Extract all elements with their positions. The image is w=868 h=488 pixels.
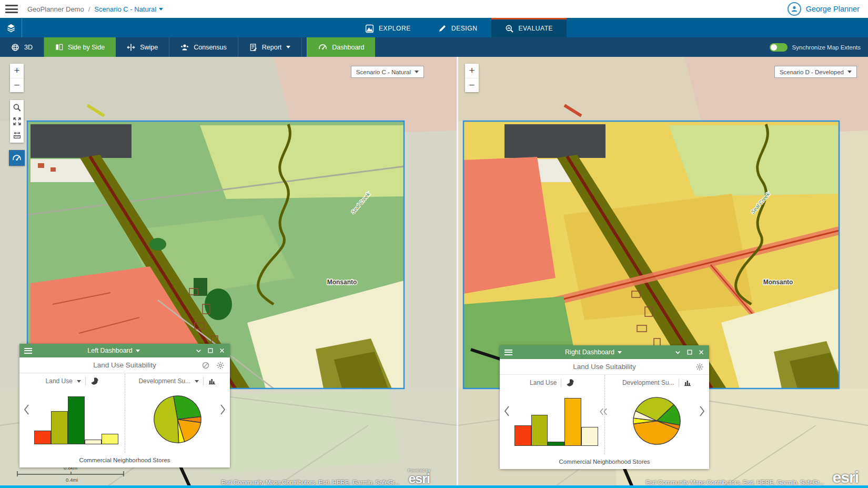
right-zoom-controls: + − <box>465 64 479 92</box>
esri-logo: Powered by esri <box>408 469 430 486</box>
bar-chart-icon[interactable] <box>208 377 216 385</box>
esri-logo: esri <box>833 470 859 485</box>
3d-button[interactable]: 3D <box>0 37 44 57</box>
right-devsuit-pie-chart <box>631 395 682 446</box>
user-avatar-icon <box>788 2 801 16</box>
chart-selector[interactable]: Land Use <box>19 373 125 389</box>
visibility-off-icon[interactable] <box>201 361 210 370</box>
sync-toggle-on[interactable] <box>770 43 788 52</box>
scale-bar: 0.8km 0.4mi <box>13 465 129 485</box>
bar-chart-icon[interactable] <box>683 379 692 387</box>
pie-chart-icon[interactable] <box>566 379 574 387</box>
primary-navbar: EXPLORE DESIGN EVALUATE <box>0 18 868 37</box>
chart-selector[interactable]: Development Su... <box>605 375 710 391</box>
maximize-icon[interactable] <box>207 347 214 354</box>
user-menu[interactable]: George Planner <box>788 2 860 16</box>
right-scenario-selector[interactable]: Scenario D - Developed <box>774 66 857 78</box>
bottom-accent-strip <box>0 485 868 488</box>
swipe-button[interactable]: Swipe <box>116 37 169 57</box>
app-title: GeoPlanner Demo <box>27 5 84 13</box>
right-dashboard-title-dropdown[interactable]: Right Dashboard <box>512 348 674 356</box>
map-area: Monsanto Seal Creek + − <box>0 57 868 488</box>
left-zoom-controls: + − <box>10 64 24 92</box>
chevron-left-icon[interactable] <box>23 404 30 417</box>
left-dashboard-charts: Land Use Development Su... <box>19 373 230 453</box>
zoom-out-button[interactable]: − <box>10 78 24 92</box>
caret-down-icon <box>847 71 852 73</box>
extent-arrows-icon[interactable] <box>13 117 22 126</box>
dashboard-tool-active[interactable] <box>9 150 25 166</box>
dashboard-menu-icon[interactable] <box>24 348 32 354</box>
pie-chart-icon[interactable] <box>90 377 98 385</box>
left-scenario-selector[interactable]: Scenario C - Natural <box>351 66 424 78</box>
right-landuse-bar-chart <box>514 392 598 446</box>
design-pencil-icon <box>438 24 447 33</box>
left-panel-header: Land Use Suitability <box>19 357 230 373</box>
gauge-icon <box>12 153 22 163</box>
caret-down-icon <box>195 380 199 383</box>
left-dashboard-titlebar[interactable]: Left Dashboard <box>19 344 230 357</box>
monsanto-label: Monsanto <box>327 278 357 286</box>
layers-icon[interactable] <box>0 18 22 37</box>
breadcrumb: GeoPlanner Demo / Scenario C - Natural <box>27 5 163 13</box>
top-header: GeoPlanner Demo / Scenario C - Natural G… <box>0 0 868 18</box>
close-icon[interactable] <box>219 347 225 354</box>
gear-icon[interactable] <box>695 363 704 371</box>
magnifier-icon[interactable] <box>13 103 22 112</box>
zoom-in-button[interactable]: + <box>465 64 479 78</box>
caret-down-icon <box>415 71 419 73</box>
dashboard-menu-icon[interactable] <box>504 350 512 355</box>
caret-down-icon <box>286 46 290 48</box>
chevron-down-icon[interactable] <box>195 347 202 354</box>
development-suitability-chart-card: Development Su... <box>125 373 230 453</box>
tab-design[interactable]: DESIGN <box>425 18 491 37</box>
report-icon <box>249 43 257 52</box>
breadcrumb-separator: / <box>88 5 90 13</box>
side-by-side-button[interactable]: Side by Side <box>44 37 116 57</box>
left-map-panel: Monsanto Seal Creek + − <box>0 57 457 488</box>
tab-evaluate[interactable]: EVALUATE <box>491 18 567 37</box>
gauge-icon <box>318 43 327 52</box>
chevron-right-icon[interactable] <box>219 404 226 417</box>
left-dashboard-window: Left Dashboard Land Use Suitability <box>19 344 230 467</box>
caret-down-icon <box>159 8 163 11</box>
left-map-tools <box>10 100 24 143</box>
gear-icon[interactable] <box>216 361 225 370</box>
tab-explore[interactable]: EXPLORE <box>351 18 425 37</box>
evaluate-magnifier-icon <box>505 24 514 33</box>
left-attribution: Esri Community Maps Contributors, Esri, … <box>221 469 430 486</box>
double-chevron-left-icon[interactable] <box>599 407 608 418</box>
zoom-out-button[interactable]: − <box>465 78 479 92</box>
chart-selector[interactable]: Development Su... <box>125 373 230 389</box>
caret-down-icon <box>136 350 140 352</box>
sync-extents-control: Synchronize Map Extents <box>770 37 861 57</box>
menu-hamburger-icon[interactable] <box>5 5 18 13</box>
globe-icon <box>11 43 19 52</box>
mode-tabs: EXPLORE DESIGN EVALUATE <box>351 18 567 37</box>
close-icon[interactable] <box>698 349 704 355</box>
dashboard-button[interactable]: Dashboard <box>307 37 375 57</box>
attribution-text: Esri Community Maps Contributors, Esri, … <box>221 479 400 485</box>
consensus-button[interactable]: Consensus <box>169 37 238 57</box>
report-button[interactable]: Report <box>238 37 302 57</box>
land-use-chart-card: Land Use <box>19 373 125 453</box>
chevron-right-icon[interactable] <box>699 405 705 419</box>
chart-selector[interactable]: Land Use <box>500 375 604 391</box>
monsanto-label: Monsanto <box>763 278 793 286</box>
sync-toggle-label: Synchronize Map Extents <box>792 44 861 51</box>
right-attribution: Esri Community Maps Contributors, Esri, … <box>646 470 859 485</box>
right-dashboard-titlebar[interactable]: Right Dashboard <box>500 345 709 359</box>
swipe-icon <box>127 43 135 52</box>
explore-icon <box>365 24 374 33</box>
maximize-icon[interactable] <box>687 349 693 355</box>
right-dashboard-charts: Land Use Development Su... <box>500 374 709 454</box>
zoom-in-button[interactable]: + <box>10 64 24 78</box>
measure-icon[interactable] <box>13 131 22 140</box>
panel-title: Land Use Suitability <box>93 361 156 369</box>
left-dashboard-title-dropdown[interactable]: Left Dashboard <box>32 347 195 354</box>
chevron-down-icon[interactable] <box>674 349 681 356</box>
chevron-left-icon[interactable] <box>503 405 510 419</box>
left-landuse-bar-chart <box>34 390 118 444</box>
breadcrumb-scenario-dropdown[interactable]: Scenario C - Natural <box>94 5 163 13</box>
development-suitability-chart-card: Development Su... <box>604 375 710 454</box>
